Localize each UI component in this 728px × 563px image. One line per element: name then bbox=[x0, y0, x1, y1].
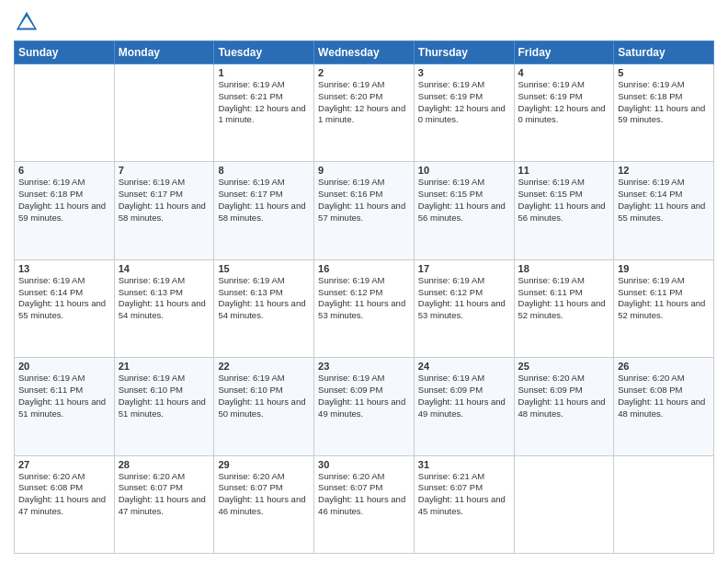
daylight: Daylight: 12 hours and 1 minute. bbox=[218, 103, 305, 125]
day-number: 7 bbox=[119, 165, 210, 176]
sunset: Sunset: 6:13 PM bbox=[218, 287, 282, 297]
day-info: Sunrise: 6:19 AMSunset: 6:12 PMDaylight:… bbox=[418, 275, 510, 322]
calendar-cell: 8Sunrise: 6:19 AMSunset: 6:17 PMDaylight… bbox=[214, 162, 314, 259]
sunrise: Sunrise: 6:19 AM bbox=[119, 275, 185, 285]
col-header-saturday: Saturday bbox=[614, 41, 714, 64]
day-info: Sunrise: 6:19 AMSunset: 6:17 PMDaylight:… bbox=[218, 177, 310, 224]
daylight: Daylight: 11 hours and 57 minutes. bbox=[318, 201, 405, 223]
calendar-cell: 17Sunrise: 6:19 AMSunset: 6:12 PMDayligh… bbox=[414, 259, 514, 357]
sunrise: Sunrise: 6:19 AM bbox=[618, 177, 684, 187]
sunrise: Sunrise: 6:20 AM bbox=[518, 373, 585, 383]
sunset: Sunset: 6:10 PM bbox=[119, 385, 183, 395]
sunrise: Sunrise: 6:19 AM bbox=[218, 373, 284, 383]
col-header-thursday: Thursday bbox=[414, 41, 514, 64]
day-number: 16 bbox=[318, 263, 410, 274]
day-number: 2 bbox=[318, 67, 410, 78]
day-number: 28 bbox=[119, 459, 210, 470]
col-header-wednesday: Wednesday bbox=[314, 41, 415, 64]
day-number: 26 bbox=[618, 361, 710, 372]
logo-icon bbox=[14, 9, 40, 35]
sunset: Sunset: 6:17 PM bbox=[218, 189, 282, 199]
day-info: Sunrise: 6:19 AMSunset: 6:11 PMDaylight:… bbox=[518, 275, 610, 322]
daylight: Daylight: 11 hours and 55 minutes. bbox=[18, 298, 106, 320]
sunrise: Sunrise: 6:19 AM bbox=[18, 373, 85, 383]
col-header-sunday: Sunday bbox=[15, 41, 115, 64]
sunrise: Sunrise: 6:19 AM bbox=[518, 177, 585, 187]
day-info: Sunrise: 6:19 AMSunset: 6:15 PMDaylight:… bbox=[518, 177, 610, 224]
sunrise: Sunrise: 6:19 AM bbox=[418, 373, 484, 383]
daylight: Daylight: 11 hours and 55 minutes. bbox=[618, 201, 705, 223]
sunset: Sunset: 6:16 PM bbox=[318, 189, 382, 199]
daylight: Daylight: 11 hours and 53 minutes. bbox=[318, 298, 405, 320]
day-info: Sunrise: 6:19 AMSunset: 6:21 PMDaylight:… bbox=[218, 79, 310, 126]
day-info: Sunrise: 6:19 AMSunset: 6:12 PMDaylight:… bbox=[318, 275, 410, 322]
col-header-friday: Friday bbox=[514, 41, 614, 64]
sunrise: Sunrise: 6:19 AM bbox=[618, 275, 684, 285]
day-number: 3 bbox=[418, 67, 510, 78]
sunrise: Sunrise: 6:20 AM bbox=[618, 373, 684, 383]
sunset: Sunset: 6:20 PM bbox=[318, 91, 382, 101]
calendar-cell: 27Sunrise: 6:20 AMSunset: 6:08 PMDayligh… bbox=[15, 455, 115, 553]
day-info: Sunrise: 6:19 AMSunset: 6:17 PMDaylight:… bbox=[119, 177, 210, 224]
day-number: 8 bbox=[218, 165, 310, 176]
daylight: Daylight: 11 hours and 56 minutes. bbox=[518, 201, 606, 223]
day-number: 22 bbox=[218, 361, 310, 372]
day-info: Sunrise: 6:19 AMSunset: 6:10 PMDaylight:… bbox=[218, 373, 310, 419]
calendar-cell: 13Sunrise: 6:19 AMSunset: 6:14 PMDayligh… bbox=[15, 259, 115, 357]
calendar-cell: 14Sunrise: 6:19 AMSunset: 6:13 PMDayligh… bbox=[114, 259, 214, 357]
daylight: Daylight: 11 hours and 59 minutes. bbox=[18, 201, 106, 223]
sunset: Sunset: 6:07 PM bbox=[218, 482, 282, 492]
sunset: Sunset: 6:12 PM bbox=[418, 287, 483, 297]
day-info: Sunrise: 6:20 AMSunset: 6:07 PMDaylight:… bbox=[318, 471, 410, 518]
sunrise: Sunrise: 6:19 AM bbox=[119, 373, 185, 383]
day-number: 11 bbox=[518, 165, 610, 176]
day-number: 6 bbox=[18, 165, 110, 176]
day-info: Sunrise: 6:19 AMSunset: 6:14 PMDaylight:… bbox=[618, 177, 710, 224]
calendar-cell: 6Sunrise: 6:19 AMSunset: 6:18 PMDaylight… bbox=[15, 162, 115, 259]
calendar-cell: 12Sunrise: 6:19 AMSunset: 6:14 PMDayligh… bbox=[614, 162, 714, 259]
sunrise: Sunrise: 6:20 AM bbox=[18, 471, 85, 481]
day-number: 29 bbox=[218, 459, 310, 470]
calendar-cell: 26Sunrise: 6:20 AMSunset: 6:08 PMDayligh… bbox=[614, 358, 714, 455]
day-info: Sunrise: 6:20 AMSunset: 6:07 PMDaylight:… bbox=[218, 471, 310, 518]
sunset: Sunset: 6:21 PM bbox=[218, 91, 282, 101]
daylight: Daylight: 11 hours and 49 minutes. bbox=[418, 396, 506, 419]
sunset: Sunset: 6:07 PM bbox=[418, 482, 483, 492]
day-info: Sunrise: 6:20 AMSunset: 6:08 PMDaylight:… bbox=[18, 471, 110, 518]
calendar-cell: 18Sunrise: 6:19 AMSunset: 6:11 PMDayligh… bbox=[514, 259, 614, 357]
sunrise: Sunrise: 6:19 AM bbox=[218, 79, 284, 89]
sunset: Sunset: 6:09 PM bbox=[418, 385, 483, 395]
day-info: Sunrise: 6:19 AMSunset: 6:09 PMDaylight:… bbox=[418, 373, 510, 419]
calendar-cell: 28Sunrise: 6:20 AMSunset: 6:07 PMDayligh… bbox=[114, 455, 214, 553]
day-info: Sunrise: 6:20 AMSunset: 6:08 PMDaylight:… bbox=[618, 373, 710, 419]
sunset: Sunset: 6:14 PM bbox=[18, 287, 83, 297]
calendar-cell bbox=[614, 455, 714, 553]
calendar-cell: 19Sunrise: 6:19 AMSunset: 6:11 PMDayligh… bbox=[614, 259, 714, 357]
sunset: Sunset: 6:14 PM bbox=[618, 189, 682, 199]
day-number: 24 bbox=[418, 361, 510, 372]
day-number: 23 bbox=[318, 361, 410, 372]
sunset: Sunset: 6:08 PM bbox=[18, 482, 83, 492]
daylight: Daylight: 11 hours and 52 minutes. bbox=[618, 298, 705, 320]
week-row-1: 1Sunrise: 6:19 AMSunset: 6:21 PMDaylight… bbox=[15, 64, 714, 162]
day-info: Sunrise: 6:19 AMSunset: 6:11 PMDaylight:… bbox=[18, 373, 110, 419]
day-info: Sunrise: 6:19 AMSunset: 6:18 PMDaylight:… bbox=[18, 177, 110, 224]
day-info: Sunrise: 6:19 AMSunset: 6:15 PMDaylight:… bbox=[418, 177, 510, 224]
calendar-cell: 22Sunrise: 6:19 AMSunset: 6:10 PMDayligh… bbox=[214, 358, 314, 455]
day-number: 18 bbox=[518, 263, 610, 274]
sunset: Sunset: 6:15 PM bbox=[518, 189, 583, 199]
sunrise: Sunrise: 6:20 AM bbox=[119, 471, 185, 481]
sunrise: Sunrise: 6:19 AM bbox=[18, 275, 85, 285]
daylight: Daylight: 11 hours and 59 minutes. bbox=[618, 103, 705, 125]
day-number: 30 bbox=[318, 459, 410, 470]
daylight: Daylight: 11 hours and 47 minutes. bbox=[119, 494, 206, 516]
daylight: Daylight: 11 hours and 48 minutes. bbox=[518, 396, 606, 419]
sunset: Sunset: 6:07 PM bbox=[119, 482, 183, 492]
day-info: Sunrise: 6:19 AMSunset: 6:10 PMDaylight:… bbox=[119, 373, 210, 419]
day-number: 15 bbox=[218, 263, 310, 274]
day-number: 5 bbox=[618, 67, 710, 78]
day-number: 31 bbox=[418, 459, 510, 470]
day-info: Sunrise: 6:19 AMSunset: 6:18 PMDaylight:… bbox=[618, 79, 710, 126]
sunrise: Sunrise: 6:21 AM bbox=[418, 471, 484, 481]
week-row-5: 27Sunrise: 6:20 AMSunset: 6:08 PMDayligh… bbox=[15, 455, 714, 553]
